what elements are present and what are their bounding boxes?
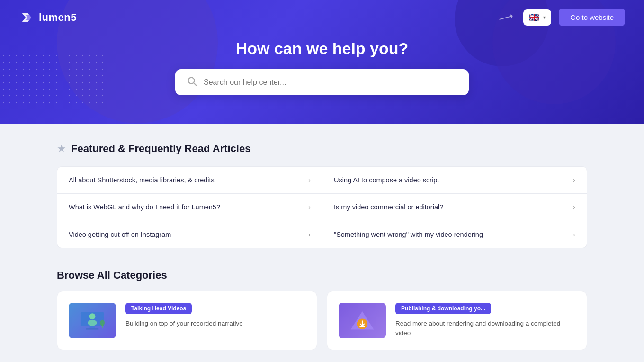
goto-website-button[interactable]: Go to website [559,9,625,26]
svg-point-7 [89,314,96,320]
flag-icon: 🇬🇧 [529,12,539,23]
article-text: "Something went wrong" with my video ren… [334,230,483,239]
category-info: Talking Head Videos Building on top of y… [125,303,305,328]
chevron-right-icon: › [573,203,575,211]
article-text: Using AI to compose a video script [334,175,439,185]
browse-section-title: Browse All Categories [57,269,587,281]
chevron-right-icon: › [573,231,575,238]
chevron-right-icon: › [573,176,575,184]
svg-rect-6 [86,329,98,330]
article-item[interactable]: "Something went wrong" with my video ren… [322,221,587,248]
nav-right: ⟶ 🇬🇧 ▾ Go to website [499,9,625,26]
category-card[interactable]: Publishing & downloading yo... Read more… [327,291,587,350]
star-icon: ★ [57,143,66,155]
article-item[interactable]: Video getting cut off on Instagram › [57,221,322,248]
navbar: lumen5 ⟶ 🇬🇧 ▾ Go to website [0,0,644,35]
hero-section: lumen5 ⟶ 🇬🇧 ▾ Go to website How can we h… [0,0,644,124]
svg-line-3 [194,83,196,85]
logo-icon [19,10,34,25]
language-selector[interactable]: 🇬🇧 ▾ [523,9,551,26]
article-text: All about Shutterstock, media libraries,… [69,175,215,185]
chevron-right-icon: › [308,231,311,238]
article-item[interactable]: All about Shutterstock, media libraries,… [57,166,322,194]
article-item[interactable]: What is WebGL and why do I need it for L… [57,194,322,221]
svg-point-8 [88,320,97,326]
search-icon [187,76,197,89]
svg-point-10 [100,320,105,326]
logo[interactable]: lumen5 [19,10,77,25]
article-text: What is WebGL and why do I need it for L… [69,202,220,212]
category-thumbnail-talking [69,303,116,338]
category-tag: Talking Head Videos [125,303,192,314]
category-desc: Building on top of your recorded narrati… [125,319,305,328]
search-input[interactable] [204,78,457,87]
hero-content: How can we help you? [0,35,644,95]
featured-section-header: ★ Featured & Frequently Read Articles [57,143,587,155]
nav-arrow-decoration: ⟶ [497,9,515,25]
category-info: Publishing & downloading yo... Read more… [395,303,575,338]
category-desc: Read more about rendering and downloadin… [395,319,575,338]
featured-section-title: Featured & Frequently Read Articles [71,143,250,155]
main-content: ★ Featured & Frequently Read Articles Al… [47,124,597,362]
chevron-down-icon: ▾ [543,15,546,20]
category-tag: Publishing & downloading yo... [395,303,491,314]
chevron-right-icon: › [308,203,311,211]
article-text: Is my video commercial or editorial? [334,202,443,212]
chevron-right-icon: › [308,176,311,184]
articles-grid: All about Shutterstock, media libraries,… [57,166,587,248]
hero-title: How can we help you? [0,39,644,58]
categories-grid: Talking Head Videos Building on top of y… [57,291,587,350]
search-bar [175,69,469,95]
article-text: Video getting cut off on Instagram [69,230,171,239]
category-card[interactable]: Talking Head Videos Building on top of y… [57,291,317,350]
category-thumbnail-publish [339,303,386,338]
article-item[interactable]: Is my video commercial or editorial? › [322,194,587,221]
logo-text: lumen5 [39,11,77,24]
svg-rect-5 [89,326,95,329]
article-item[interactable]: Using AI to compose a video script › [322,166,587,194]
